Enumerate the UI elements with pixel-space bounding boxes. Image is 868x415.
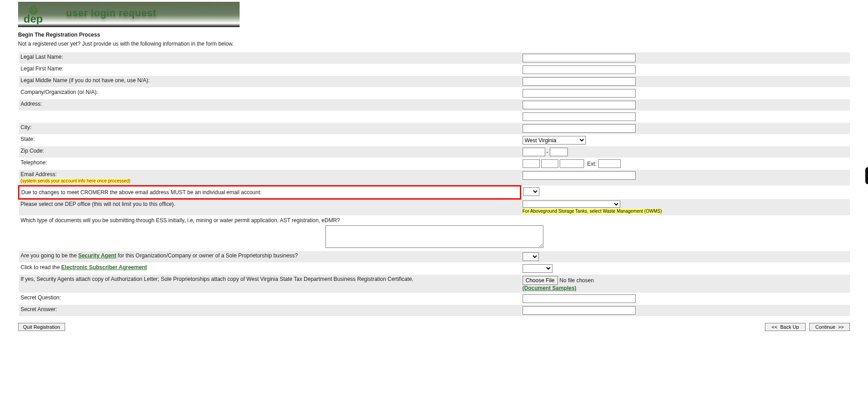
- doc-types-row: Which type of documents will you be subm…: [19, 216, 850, 251]
- continue-button[interactable]: [809, 323, 850, 331]
- label-zip: Zip Code:: [19, 146, 521, 158]
- security-post: for this Organization/Company or owner o…: [116, 252, 298, 259]
- header-banner: dep user login request: [18, 2, 240, 27]
- label-email-row: Email Address: (system sends your accoun…: [19, 170, 521, 186]
- first-name-input[interactable]: [523, 65, 636, 74]
- label-company: Company/Organization (or N/A):: [19, 88, 521, 99]
- zip2-input[interactable]: [550, 148, 568, 156]
- doc-samples-link[interactable]: (Document Samples): [523, 285, 576, 291]
- dep-office-select[interactable]: [523, 201, 620, 208]
- quit-registration-button[interactable]: [18, 323, 65, 331]
- label-ext: Ext:: [587, 161, 597, 167]
- label-address: Address:: [19, 99, 521, 111]
- esa-row: Click to read the Electronic Subscriber …: [19, 263, 521, 275]
- page-heading: Begin The Registration Process: [18, 32, 850, 38]
- esa-pre: Click to read the: [21, 264, 61, 270]
- state-select[interactable]: West Virginia: [523, 136, 586, 145]
- doc-types-textarea[interactable]: [326, 225, 543, 248]
- label-city: City:: [19, 123, 521, 135]
- label-secret-answer: Secret Answer:: [19, 305, 521, 317]
- ast-note: For Aboveground Storage Tanks, select Wa…: [523, 209, 662, 214]
- esa-select[interactable]: [523, 264, 552, 273]
- label-address2: [19, 111, 521, 123]
- choose-file-button[interactable]: Choose File: [523, 276, 558, 285]
- registration-form-table: Legal Last Name: Legal First Name: Legal…: [18, 52, 850, 317]
- security-agent-link[interactable]: Security Agent: [78, 252, 116, 259]
- email-note: (system sends your account info here onc…: [21, 178, 131, 183]
- last-name-input[interactable]: [523, 54, 636, 62]
- secret-answer-input[interactable]: [523, 306, 636, 315]
- side-feedback-tab[interactable]: [865, 167, 868, 184]
- label-auth-letter: If yes, Security Agents attach copy of A…: [19, 275, 521, 293]
- secret-question-input[interactable]: [523, 294, 636, 303]
- ext-input[interactable]: [598, 159, 621, 168]
- back-up-button[interactable]: [765, 323, 806, 331]
- label-last-name: Legal Last Name:: [19, 52, 521, 64]
- label-state: State:: [19, 135, 521, 146]
- label-telephone: Telephone:: [19, 158, 521, 170]
- banner-title: user login request: [66, 7, 156, 19]
- phone3-input[interactable]: [560, 159, 584, 168]
- label-email: Email Address:: [21, 171, 57, 177]
- page-subtext: Not a registered user yet? Just provide …: [18, 41, 850, 47]
- buttons-row: [18, 323, 850, 331]
- phone1-input[interactable]: [523, 159, 540, 168]
- security-agent-row: Are you going to be the Security Agent f…: [19, 251, 521, 263]
- label-middle-name: Legal Middle Name (if you do not have on…: [19, 76, 521, 88]
- email-input[interactable]: [523, 171, 636, 180]
- zip-separator: -: [545, 149, 550, 155]
- address-input[interactable]: [523, 101, 636, 109]
- city-input[interactable]: [523, 124, 636, 133]
- label-dep-office: Please select one DEP office (this will …: [19, 199, 521, 216]
- no-file-chosen: No file chosen: [560, 277, 594, 284]
- address2-input[interactable]: [523, 112, 636, 121]
- cromerr-select[interactable]: [523, 187, 539, 196]
- company-input[interactable]: [523, 89, 636, 98]
- middle-name-input[interactable]: [523, 77, 636, 86]
- label-secret-question: Secret Question:: [19, 293, 521, 305]
- label-first-name: Legal First Name:: [19, 64, 521, 76]
- security-agent-select[interactable]: [523, 252, 539, 261]
- dep-logo: dep: [21, 5, 61, 24]
- zip1-input[interactable]: [523, 148, 545, 156]
- label-cromerr: Due to changes to meet CROMERR the above…: [19, 186, 521, 199]
- label-doc-types: Which type of documents will you be subm…: [21, 217, 340, 224]
- security-pre: Are you going to be the: [21, 252, 78, 259]
- phone2-input[interactable]: [541, 159, 558, 168]
- svg-text:dep: dep: [24, 13, 43, 24]
- esa-link[interactable]: Electronic Subscriber Agreement: [61, 264, 147, 270]
